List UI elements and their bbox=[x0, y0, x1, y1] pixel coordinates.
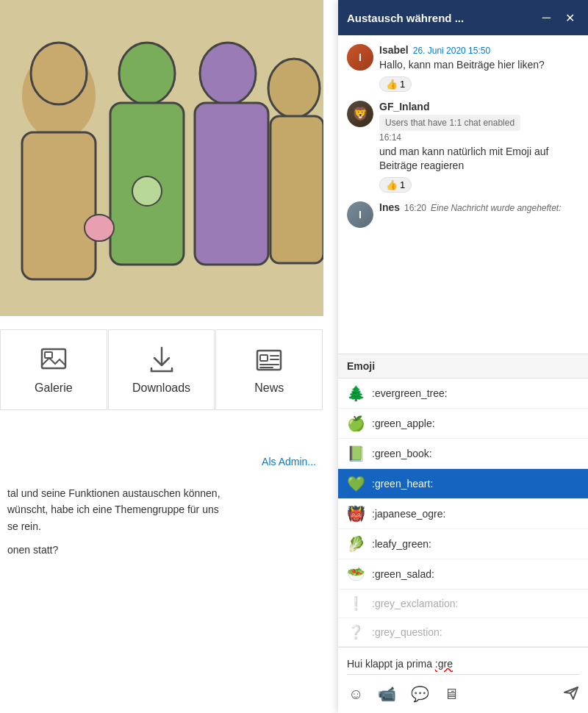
emoji-picker: Emoji 🌲:evergreen_tree:🍏:green_apple:📗:g… bbox=[338, 354, 588, 647]
page-text: tal und seine Funktionen austauschen kön… bbox=[0, 485, 323, 559]
news-icon bbox=[254, 345, 284, 374]
news-item[interactable]: News bbox=[215, 329, 323, 410]
input-text-prefix: Hui klappt ja prima bbox=[347, 658, 435, 670]
reaction-count-gfinland: 1 bbox=[400, 179, 405, 190]
emoji-picker-header: Emoji bbox=[338, 354, 588, 379]
hero-image bbox=[0, 0, 323, 316]
avatar-gfinland: 🦁 bbox=[347, 101, 373, 127]
emoji-list: 🌲:evergreen_tree:🍏:green_apple:📗:green_b… bbox=[338, 379, 588, 647]
avatar-isabel: I bbox=[347, 44, 373, 71]
news-label: News bbox=[254, 381, 284, 395]
svg-rect-27 bbox=[260, 355, 268, 361]
emoji-item-evergreen_tree[interactable]: 🌲:evergreen_tree: bbox=[338, 379, 588, 409]
emoji-label-green_book: :green_book: bbox=[372, 448, 432, 459]
message-header-ines: Ines 16:20 Eine Nachricht wurde angeheft… bbox=[379, 201, 579, 213]
body-line-4: onen statt? bbox=[7, 542, 316, 558]
emoji-item-grey_question[interactable]: ❔:grey_question: bbox=[338, 618, 588, 647]
gallery-icon bbox=[39, 345, 68, 374]
message-content-isabel: Isabel 26. Juni 2020 15:50 Hallo, kann m… bbox=[379, 44, 579, 92]
emoji-item-green_salad[interactable]: 🥗:green_salad: bbox=[338, 559, 588, 590]
svg-rect-20 bbox=[270, 116, 323, 263]
emoji-icon-green_book: 📗 bbox=[347, 445, 365, 462]
send-button[interactable] bbox=[563, 684, 579, 704]
emoji-label-grey_question: :grey_question: bbox=[372, 626, 442, 638]
screen-toolbar-button[interactable]: 🖥 bbox=[442, 684, 460, 704]
chat-input-area: Hui klappt ja prima :gre ☺ 📹 💬 🖥 bbox=[338, 647, 588, 713]
sender-isabel: Isabel bbox=[379, 44, 409, 56]
emoji-label-green_heart: :green_heart: bbox=[372, 478, 433, 490]
sender-ines: Ines bbox=[379, 201, 400, 213]
emoji-label-grey_exclamation: :grey_exclamation: bbox=[372, 598, 459, 609]
galerie-item[interactable]: Galerie bbox=[0, 329, 107, 410]
emoji-item-grey_exclamation[interactable]: ❕:grey_exclamation: bbox=[338, 590, 588, 618]
emoji-icon-green_heart: 💚 bbox=[347, 475, 365, 492]
minimize-button[interactable]: ─ bbox=[538, 10, 555, 26]
chat-toolbar-button[interactable]: 💬 bbox=[409, 684, 431, 704]
emoji-icon-green_salad: 🥗 bbox=[347, 565, 365, 583]
emoji-icon-leafy_green: 🥬 bbox=[347, 535, 365, 553]
chat-messages[interactable]: I Isabel 26. Juni 2020 15:50 Hallo, kann… bbox=[338, 35, 588, 354]
time-gfinland: 16:14 bbox=[379, 132, 579, 143]
avatar-ines: I bbox=[347, 201, 373, 228]
download-icon bbox=[147, 345, 176, 374]
emoji-icon-grey_exclamation: ❕ bbox=[347, 595, 365, 612]
time-ines: 16:20 bbox=[404, 203, 426, 213]
emoji-label-japanese_ogre: :japanese_ogre: bbox=[372, 508, 445, 520]
downloads-item[interactable]: Downloads bbox=[108, 329, 215, 410]
emoji-item-green_apple[interactable]: 🍏:green_apple: bbox=[338, 409, 588, 439]
video-toolbar-button[interactable]: 📹 bbox=[376, 684, 398, 704]
reaction-count-isabel: 1 bbox=[400, 79, 405, 90]
chat-input-text: Hui klappt ja prima :gre bbox=[347, 653, 579, 675]
chat-title: Austausch während ... bbox=[347, 12, 538, 24]
pinned-ines: Eine Nachricht wurde angeheftet: bbox=[431, 203, 561, 213]
emoji-item-leafy_green[interactable]: 🥬:leafy_green: bbox=[338, 529, 588, 559]
chat-header: Austausch während ... ─ ✕ bbox=[338, 0, 588, 35]
admin-link-text: Als Admin... bbox=[262, 456, 316, 467]
admin-link[interactable]: Als Admin... bbox=[0, 456, 323, 467]
chat-header-buttons: ─ ✕ bbox=[538, 10, 579, 26]
message-block-ines: I Ines 16:20 Eine Nachricht wurde angehe… bbox=[347, 201, 579, 228]
emoji-icon-grey_question: ❔ bbox=[347, 624, 365, 640]
emoji-item-green_heart[interactable]: 💚:green_heart: bbox=[338, 469, 588, 499]
sender-gfinland: GF_Inland bbox=[379, 101, 429, 112]
time-isabel: 26. Juni 2020 15:50 bbox=[413, 46, 490, 56]
message-block-gfinland: 🦁 GF_Inland Users that have 1:1 chat ena… bbox=[347, 101, 579, 193]
body-line-1: tal und seine Funktionen austauschen kön… bbox=[7, 485, 316, 501]
emoji-item-japanese_ogre[interactable]: 👹:japanese_ogre: bbox=[338, 499, 588, 529]
svg-rect-6 bbox=[22, 132, 96, 279]
input-text-underlined: :gre bbox=[435, 658, 453, 670]
emoji-item-green_book[interactable]: 📗:green_book: bbox=[338, 439, 588, 469]
message-content-ines: Ines 16:20 Eine Nachricht wurde angeheft… bbox=[379, 201, 579, 228]
message-header-isabel: Isabel 26. Juni 2020 15:50 bbox=[379, 44, 579, 56]
emoji-icon-green_apple: 🍏 bbox=[347, 415, 365, 432]
chat-panel: Austausch während ... ─ ✕ I Isabel 26. J… bbox=[338, 0, 588, 713]
emoji-label-green_apple: :green_apple: bbox=[372, 418, 435, 429]
emoji-label-leafy_green: :leafy_green: bbox=[372, 538, 431, 550]
emoji-toolbar-button[interactable]: ☺ bbox=[347, 684, 365, 704]
body-line-3: se rein. bbox=[7, 518, 316, 534]
chat-toolbar: ☺ 📹 💬 🖥 bbox=[347, 681, 579, 707]
svg-rect-25 bbox=[45, 352, 52, 358]
emoji-label-green_salad: :green_salad: bbox=[372, 568, 434, 580]
text-gfinland: und man kann natürlich mit Emoji auf Bei… bbox=[379, 145, 579, 173]
reaction-gfinland[interactable]: 👍 1 bbox=[379, 177, 412, 193]
toolbar-icons: ☺ 📹 💬 🖥 bbox=[347, 684, 460, 704]
text-isabel: Hallo, kann man Beiträge hier liken? bbox=[379, 58, 579, 73]
emoji-icon-evergreen_tree: 🌲 bbox=[347, 384, 365, 402]
svg-rect-16 bbox=[195, 103, 268, 265]
body-line-2: wünscht, habe ich eine Themengruppe für … bbox=[7, 501, 316, 517]
reaction-emoji-isabel: 👍 bbox=[386, 79, 398, 90]
galerie-label: Galerie bbox=[35, 381, 73, 395]
message-header-gfinland: GF_Inland bbox=[379, 101, 579, 112]
reaction-emoji-gfinland: 👍 bbox=[386, 179, 398, 190]
emoji-label-evergreen_tree: :evergreen_tree: bbox=[372, 387, 448, 399]
message-content-gfinland: GF_Inland Users that have 1:1 chat enabl… bbox=[379, 101, 579, 193]
reaction-isabel[interactable]: 👍 1 bbox=[379, 76, 412, 92]
downloads-label: Downloads bbox=[132, 381, 190, 395]
subtext-gfinland: Users that have 1:1 chat enabled bbox=[379, 115, 520, 131]
emoji-icon-japanese_ogre: 👹 bbox=[347, 505, 365, 523]
send-icon bbox=[563, 684, 579, 701]
close-button[interactable]: ✕ bbox=[561, 10, 579, 26]
icons-row: Galerie Downloads News bbox=[0, 329, 323, 410]
message-block-isabel: I Isabel 26. Juni 2020 15:50 Hallo, kann… bbox=[347, 44, 579, 92]
